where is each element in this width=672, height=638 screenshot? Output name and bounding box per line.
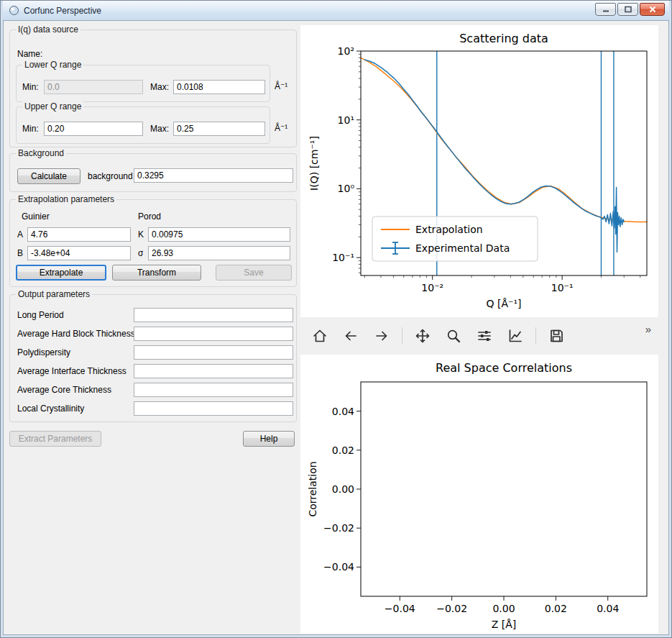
sliders-icon [477, 328, 492, 344]
pan-button[interactable] [412, 325, 433, 347]
window-controls [595, 3, 665, 16]
svg-text:0.04: 0.04 [597, 603, 619, 614]
transform-button[interactable]: Transform [112, 265, 201, 281]
scattering-data-plot[interactable]: Scattering data10⁻²10⁻¹10⁻¹10⁰10¹10²Q [Å… [300, 25, 658, 317]
lower-q-unit-label: Å⁻¹ [275, 81, 287, 91]
forward-button[interactable] [371, 325, 392, 347]
svg-text:−0.02: −0.02 [323, 522, 354, 534]
help-button[interactable]: Help [243, 431, 295, 447]
hard-block-input[interactable] [134, 327, 293, 341]
window-title: Corfunc Perspective [24, 6, 101, 16]
zoom-button[interactable] [443, 325, 464, 347]
porod-label: Porod [138, 211, 161, 222]
b-label: B [17, 248, 23, 258]
group-upper-q: Upper Q range Min: Max: [16, 106, 270, 144]
subplots-button[interactable] [474, 325, 495, 347]
porod-sigma-input[interactable] [148, 246, 290, 260]
maximize-button[interactable] [617, 3, 638, 16]
guinier-b-input[interactable] [27, 246, 131, 260]
guinier-label: Guinier [22, 211, 50, 222]
upper-q-max-label: Max: [150, 124, 169, 134]
group-title-extrapolation: Extrapolation parameters [16, 194, 116, 205]
svg-text:Scattering data: Scattering data [459, 32, 548, 45]
name-label: Name: [17, 49, 42, 59]
svg-text:0.00: 0.00 [332, 483, 354, 495]
pan-icon [415, 328, 431, 344]
svg-text:10⁰: 10⁰ [338, 183, 355, 194]
lower-q-min-input [44, 80, 143, 94]
extract-parameters-button: Extract Parameters [9, 431, 101, 447]
home-icon [312, 328, 328, 344]
guinier-a-input[interactable] [27, 227, 131, 242]
calculate-button[interactable]: Calculate [17, 168, 80, 184]
interface-thickness-input[interactable] [134, 364, 293, 378]
svg-text:10²: 10² [338, 45, 354, 57]
svg-text:Experimental Data: Experimental Data [415, 242, 510, 254]
svg-text:0.04: 0.04 [332, 406, 354, 417]
svg-text:−0.04: −0.04 [323, 561, 354, 573]
customize-button[interactable] [505, 325, 526, 347]
toolbar-separator [535, 327, 536, 345]
local-crystallinity-label: Local Crystallinity [17, 404, 84, 414]
svg-text:−0.02: −0.02 [436, 603, 467, 614]
save-figure-button[interactable] [546, 325, 567, 347]
polydispersity-input[interactable] [134, 345, 293, 360]
porod-k-input[interactable] [148, 227, 290, 242]
back-button[interactable] [340, 325, 362, 347]
group-lower-q: Lower Q range Min: Max: [16, 65, 270, 102]
svg-text:Z [Å]: Z [Å] [492, 619, 517, 630]
local-crystallinity-input[interactable] [134, 401, 293, 416]
group-title-lower-q: Lower Q range [22, 60, 83, 70]
svg-text:Correlation: Correlation [307, 461, 318, 516]
a-label: A [17, 229, 23, 240]
k-label: K [138, 229, 144, 240]
plot-toolbar: » [300, 317, 658, 355]
magnifier-icon [446, 328, 461, 344]
upper-q-max-input[interactable] [173, 122, 265, 136]
svg-text:I(Q) [cm⁻¹]: I(Q) [cm⁻¹] [308, 136, 320, 191]
app-icon [9, 5, 19, 16]
titlebar[interactable]: Corfunc Perspective [3, 1, 669, 20]
lower-q-max-label: Max: [150, 82, 169, 92]
close-button[interactable] [640, 3, 665, 16]
hard-block-label: Average Hard Block Thickness [17, 329, 135, 339]
home-button[interactable] [309, 325, 331, 347]
maximize-icon [624, 6, 632, 13]
group-extrapolation: Extrapolation parameters Guinier Porod A… [9, 199, 297, 287]
core-thickness-input[interactable] [134, 383, 293, 397]
corfunc-perspective-window: Corfunc Perspective I(q) data source Nam… [0, 0, 672, 638]
background-label: background [88, 171, 133, 181]
svg-text:Q [Å⁻¹]: Q [Å⁻¹] [487, 298, 522, 309]
real-space-correlations-plot[interactable]: Real Space Correlations−0.04−0.020.000.0… [300, 355, 658, 634]
group-output: Output parameters Long Period Average Ha… [9, 294, 297, 422]
lower-q-min-label: Min: [22, 82, 39, 92]
group-data-source: I(q) data source Name: Lower Q range Min… [9, 29, 297, 147]
line-chart-icon [507, 328, 523, 344]
svg-text:0.02: 0.02 [332, 445, 354, 456]
extrapolate-button[interactable]: Extrapolate [16, 265, 106, 281]
group-background: Background Calculate background [9, 153, 297, 192]
upper-q-min-input[interactable] [44, 122, 143, 136]
minimize-button[interactable] [595, 3, 616, 16]
client-area: I(q) data source Name: Lower Q range Min… [3, 20, 669, 635]
group-title-output: Output parameters [16, 289, 92, 300]
toolbar-overflow-chevron[interactable]: » [645, 323, 651, 335]
save-button: Save [216, 265, 292, 281]
background-input[interactable] [134, 168, 293, 183]
minimize-icon [602, 6, 610, 13]
svg-text:0.02: 0.02 [545, 603, 567, 614]
core-thickness-label: Average Core Thickness [17, 385, 111, 395]
close-icon [648, 6, 657, 13]
upper-q-min-label: Min: [22, 124, 39, 134]
svg-text:10⁻¹: 10⁻¹ [551, 282, 574, 293]
forward-arrow-icon [374, 328, 390, 344]
polydispersity-label: Polydispersity [17, 347, 70, 357]
svg-text:−0.04: −0.04 [385, 603, 415, 614]
group-title-background: Background [16, 148, 66, 159]
toolbar-separator [402, 327, 402, 345]
floppy-icon [548, 328, 564, 344]
svg-text:Real Space Correlations: Real Space Correlations [436, 361, 572, 375]
lower-q-max-input[interactable] [173, 80, 265, 94]
long-period-label: Long Period [17, 310, 64, 320]
long-period-input[interactable] [134, 308, 293, 322]
